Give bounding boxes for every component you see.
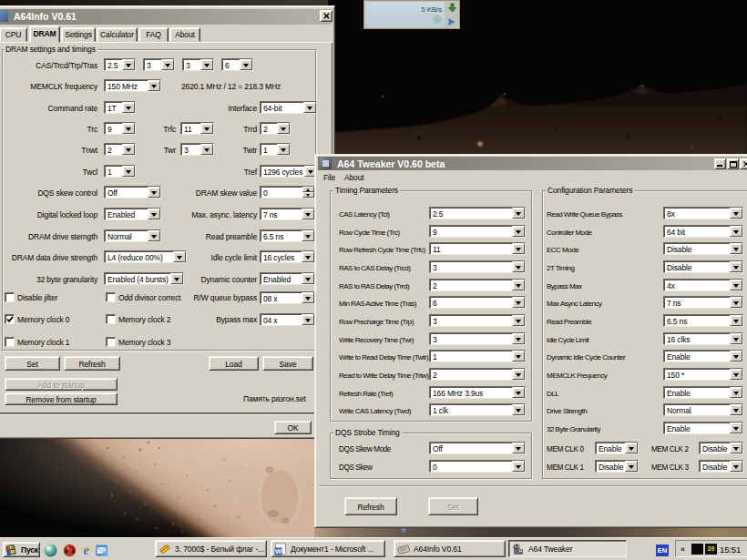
svg-text:W: W [275, 547, 282, 555]
svg-text:e: e [83, 544, 88, 557]
